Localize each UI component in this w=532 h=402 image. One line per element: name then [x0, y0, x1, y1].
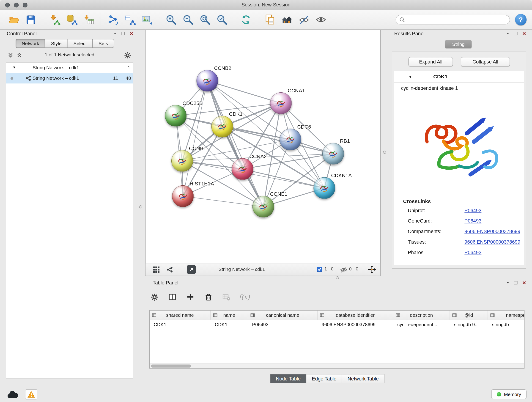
search-input[interactable] [407, 17, 506, 22]
column-header-shared-name[interactable]: shared name [150, 311, 211, 320]
zoom-fit-button[interactable] [197, 12, 212, 27]
edge-HIST1H1A-CCNE1[interactable] [183, 196, 263, 207]
close-panel-icon[interactable]: × [129, 32, 133, 36]
import-network-from-database-button[interactable] [64, 12, 79, 27]
table-options-gear-icon[interactable] [150, 293, 159, 302]
close-panel-icon[interactable]: × [522, 32, 526, 36]
save-session-button[interactable] [23, 12, 38, 27]
home-genemania-button[interactable] [279, 12, 294, 27]
hide-selected-button[interactable] [297, 12, 311, 27]
open-in-new-window-button[interactable] [187, 265, 196, 274]
network-options-gear-icon[interactable] [124, 52, 131, 59]
tab-network-table[interactable]: Network Table [342, 374, 385, 383]
zoom-selected-button[interactable] [215, 12, 229, 27]
selected-checkbox[interactable] [317, 267, 322, 272]
tab-style[interactable]: Style [45, 39, 68, 48]
warnings-button[interactable] [25, 389, 37, 400]
cell[interactable]: P06493 [248, 320, 318, 329]
left-splitter-grip[interactable] [139, 205, 142, 208]
network-node-ccna2[interactable] [232, 158, 253, 180]
tab-sets[interactable]: Sets [93, 39, 114, 48]
column-header-description[interactable]: description [393, 311, 450, 320]
tab-string[interactable]: String [445, 40, 472, 48]
create-column-plus-icon[interactable] [186, 293, 195, 302]
network-node-hist1h1a[interactable] [172, 185, 194, 207]
edge-CCNB2-CCNA1[interactable] [207, 81, 281, 103]
tab-select[interactable]: Select [68, 39, 93, 48]
network-collection-row[interactable]: ▼ String Network – cdk1 1 [6, 62, 133, 73]
edge-CCNA2-CDKN1A[interactable] [243, 169, 324, 188]
crosslink-link[interactable]: 9606.ENSP00000378699 [464, 229, 520, 234]
network-node-cdc6[interactable] [279, 128, 301, 150]
network-node-ccne1[interactable] [253, 196, 274, 217]
hidden-eye-slash-icon[interactable] [340, 266, 348, 273]
collapse-panel-icon[interactable]: ▼ [506, 281, 509, 285]
cell[interactable]: cyclin-dependent ... [393, 320, 450, 329]
show-columns-icon[interactable] [168, 293, 177, 302]
cell[interactable]: stringdb [488, 320, 525, 329]
edge-layer[interactable] [146, 30, 380, 263]
import-network-from-file-button[interactable] [47, 12, 62, 27]
collapse-panel-icon[interactable]: ▼ [506, 32, 509, 36]
collapse-panel-icon[interactable]: ▼ [114, 32, 116, 36]
import-table-from-file-button[interactable] [81, 12, 96, 27]
help-button[interactable]: ? [515, 14, 526, 26]
column-header-name[interactable]: name [211, 311, 248, 320]
network-from-table-button[interactable] [123, 12, 138, 27]
network-node-cdc25b[interactable] [165, 105, 187, 127]
delete-column-trash-icon[interactable] [204, 293, 213, 302]
zoom-out-button[interactable] [181, 12, 196, 27]
column-header-canonical-name[interactable]: canonical name [248, 311, 318, 320]
tab-node-table[interactable]: Node Table [270, 374, 307, 383]
crosslink-link[interactable]: P06493 [464, 218, 481, 224]
clone-network-button[interactable] [106, 12, 120, 27]
collapse-all-button[interactable]: Collapse All [461, 57, 510, 66]
expand-all-button[interactable]: Expand All [409, 57, 453, 66]
network-node-ccna1[interactable] [270, 92, 292, 114]
section-collapse-icon[interactable]: ▼ [409, 75, 412, 79]
column-header--id[interactable]: @id [450, 311, 488, 320]
copy-document-button[interactable] [263, 12, 278, 27]
cell[interactable]: 9606.ENSP00000378699 [317, 320, 393, 329]
float-panel-icon[interactable] [121, 32, 125, 35]
cell[interactable]: stringdb:9... [450, 320, 488, 329]
crosslink-link[interactable]: P06493 [464, 250, 481, 255]
column-header-database-identifier[interactable]: database identifier [317, 311, 393, 320]
tab-network[interactable]: Network [16, 39, 45, 48]
tab-edge-table[interactable]: Edge Table [306, 374, 342, 383]
cell[interactable]: CDK1 [211, 320, 248, 329]
pan-move-icon[interactable] [368, 265, 376, 274]
toolbar-search-box[interactable] [396, 15, 510, 24]
right-splitter-grip[interactable] [383, 151, 386, 154]
network-row-selected[interactable]: String Network – cdk1 11 48 [6, 73, 133, 83]
column-header-namespace[interactable]: namespace [488, 311, 525, 320]
edge-CCNB2-CCNE1[interactable] [207, 81, 263, 206]
network-node-rb1[interactable] [322, 143, 344, 165]
zoom-in-button[interactable] [164, 12, 178, 27]
crosslink-link[interactable]: P06493 [464, 208, 481, 213]
open-session-button[interactable] [6, 12, 21, 27]
network-node-cdkn1a[interactable] [313, 177, 335, 199]
scrollbar-thumb[interactable] [151, 364, 191, 367]
cloud-icon[interactable] [6, 389, 19, 400]
horizontal-splitter-grip[interactable] [336, 276, 339, 279]
close-panel-icon[interactable]: × [522, 281, 526, 285]
table-row[interactable]: CDK1CDK1P064939606.ENSP00000378699cyclin… [150, 320, 524, 329]
crosslink-link[interactable]: 9606.ENSP00000378699 [464, 239, 520, 245]
horizontal-scrollbar[interactable] [150, 364, 524, 368]
network-canvas[interactable]: CCNB2CCNA1CDC25BCDK1CDC6RB1CCNB1CCNA2CDK… [146, 30, 380, 263]
gene-section-header[interactable]: ▼ CDK1 [394, 71, 524, 83]
export-image-button[interactable] [139, 12, 154, 27]
memory-button[interactable]: Memory [491, 389, 526, 399]
show-all-button[interactable] [313, 12, 328, 27]
network-node-ccnb2[interactable] [196, 70, 218, 92]
network-node-ccnb1[interactable] [171, 150, 193, 172]
apply-layout-button[interactable] [239, 12, 253, 27]
network-share-small-icon[interactable] [167, 266, 173, 273]
float-panel-icon[interactable] [514, 281, 518, 284]
network-node-cdk1[interactable] [211, 116, 233, 138]
birdseye-grid-icon[interactable] [153, 266, 160, 273]
float-panel-icon[interactable] [514, 32, 518, 35]
tree-expand-icon[interactable]: ▼ [13, 65, 16, 69]
cell[interactable]: CDK1 [150, 320, 211, 329]
